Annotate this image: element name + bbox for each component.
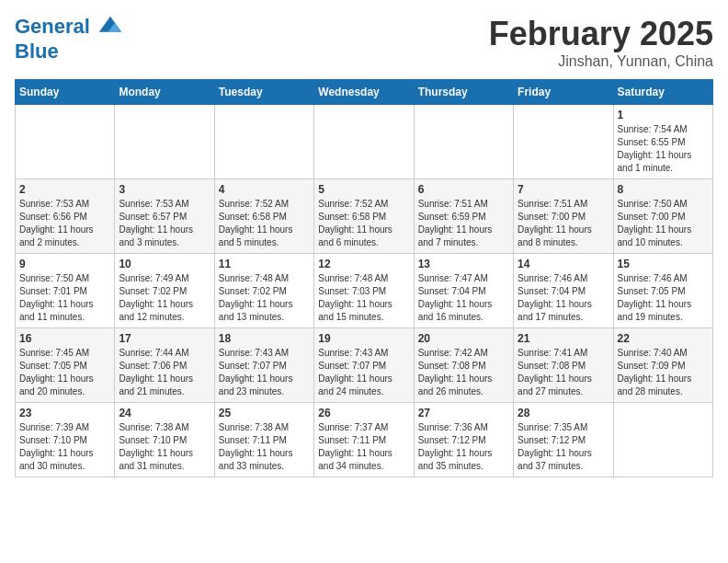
calendar-cell: 6Sunrise: 7:51 AM Sunset: 6:59 PM Daylig… bbox=[414, 179, 513, 254]
calendar-cell: 26Sunrise: 7:37 AM Sunset: 7:11 PM Dayli… bbox=[314, 403, 414, 477]
day-info: Sunrise: 7:53 AM Sunset: 6:57 PM Dayligh… bbox=[119, 198, 210, 249]
day-info: Sunrise: 7:54 AM Sunset: 6:55 PM Dayligh… bbox=[618, 123, 709, 175]
logo-blue-text: Blue bbox=[15, 40, 123, 63]
day-number: 9 bbox=[19, 258, 110, 270]
day-number: 10 bbox=[119, 258, 210, 270]
calendar-cell: 12Sunrise: 7:48 AM Sunset: 7:03 PM Dayli… bbox=[314, 254, 414, 328]
calendar-cell bbox=[414, 105, 513, 179]
calendar-cell bbox=[314, 105, 414, 179]
day-info: Sunrise: 7:46 AM Sunset: 7:04 PM Dayligh… bbox=[518, 272, 609, 324]
day-number: 5 bbox=[318, 183, 409, 196]
day-info: Sunrise: 7:43 AM Sunset: 7:07 PM Dayligh… bbox=[318, 347, 409, 398]
page-header: General Blue February 2025 Jinshan, Yunn… bbox=[15, 15, 713, 70]
day-info: Sunrise: 7:51 AM Sunset: 6:59 PM Dayligh… bbox=[418, 198, 509, 249]
day-number: 27 bbox=[418, 407, 509, 419]
calendar-cell: 17Sunrise: 7:44 AM Sunset: 7:06 PM Dayli… bbox=[115, 328, 214, 403]
day-number: 17 bbox=[119, 332, 210, 345]
weekday-header: Friday bbox=[514, 80, 613, 105]
calendar-cell: 21Sunrise: 7:41 AM Sunset: 7:08 PM Dayli… bbox=[514, 328, 613, 403]
day-number: 25 bbox=[219, 407, 310, 419]
calendar-cell: 25Sunrise: 7:38 AM Sunset: 7:11 PM Dayli… bbox=[214, 403, 313, 477]
logo-icon bbox=[97, 15, 123, 40]
day-info: Sunrise: 7:47 AM Sunset: 7:04 PM Dayligh… bbox=[418, 272, 509, 324]
calendar-cell: 22Sunrise: 7:40 AM Sunset: 7:09 PM Dayli… bbox=[613, 328, 712, 403]
calendar-cell: 7Sunrise: 7:51 AM Sunset: 7:00 PM Daylig… bbox=[514, 179, 613, 254]
day-number: 3 bbox=[119, 183, 210, 196]
day-info: Sunrise: 7:37 AM Sunset: 7:11 PM Dayligh… bbox=[318, 421, 409, 473]
calendar-cell: 8Sunrise: 7:50 AM Sunset: 7:00 PM Daylig… bbox=[613, 179, 712, 254]
day-info: Sunrise: 7:43 AM Sunset: 7:07 PM Dayligh… bbox=[219, 347, 310, 398]
day-number: 20 bbox=[418, 332, 509, 345]
calendar-cell: 13Sunrise: 7:47 AM Sunset: 7:04 PM Dayli… bbox=[414, 254, 513, 328]
calendar-cell: 20Sunrise: 7:42 AM Sunset: 7:08 PM Dayli… bbox=[414, 328, 513, 403]
day-number: 24 bbox=[119, 407, 210, 419]
day-info: Sunrise: 7:44 AM Sunset: 7:06 PM Dayligh… bbox=[119, 347, 210, 398]
day-number: 18 bbox=[219, 332, 310, 345]
calendar-cell bbox=[16, 105, 115, 179]
day-number: 28 bbox=[518, 407, 609, 419]
day-info: Sunrise: 7:45 AM Sunset: 7:05 PM Dayligh… bbox=[19, 347, 110, 398]
calendar-cell: 2Sunrise: 7:53 AM Sunset: 6:56 PM Daylig… bbox=[16, 179, 115, 254]
weekday-header: Thursday bbox=[414, 80, 513, 105]
logo-text: General bbox=[15, 15, 123, 40]
day-info: Sunrise: 7:35 AM Sunset: 7:12 PM Dayligh… bbox=[518, 421, 609, 473]
day-info: Sunrise: 7:50 AM Sunset: 7:01 PM Dayligh… bbox=[19, 272, 110, 324]
calendar-cell: 23Sunrise: 7:39 AM Sunset: 7:10 PM Dayli… bbox=[16, 403, 115, 477]
calendar-cell: 18Sunrise: 7:43 AM Sunset: 7:07 PM Dayli… bbox=[214, 328, 313, 403]
location: Jinshan, Yunnan, China bbox=[489, 53, 713, 70]
month-title: February 2025 bbox=[489, 15, 713, 53]
calendar-cell bbox=[214, 105, 313, 179]
day-info: Sunrise: 7:36 AM Sunset: 7:12 PM Dayligh… bbox=[418, 421, 509, 473]
day-number: 11 bbox=[219, 258, 310, 270]
title-block: February 2025 Jinshan, Yunnan, China bbox=[489, 15, 713, 70]
weekday-header: Wednesday bbox=[314, 80, 414, 105]
day-number: 26 bbox=[318, 407, 409, 419]
day-number: 19 bbox=[318, 332, 409, 345]
calendar-cell: 28Sunrise: 7:35 AM Sunset: 7:12 PM Dayli… bbox=[514, 403, 613, 477]
weekday-header: Monday bbox=[115, 80, 214, 105]
day-number: 13 bbox=[418, 258, 509, 270]
day-info: Sunrise: 7:48 AM Sunset: 7:03 PM Dayligh… bbox=[318, 272, 409, 324]
day-info: Sunrise: 7:51 AM Sunset: 7:00 PM Dayligh… bbox=[518, 198, 609, 249]
day-number: 16 bbox=[19, 332, 110, 345]
weekday-header: Saturday bbox=[613, 80, 712, 105]
day-info: Sunrise: 7:53 AM Sunset: 6:56 PM Dayligh… bbox=[19, 198, 110, 249]
calendar-cell: 24Sunrise: 7:38 AM Sunset: 7:10 PM Dayli… bbox=[115, 403, 214, 477]
day-info: Sunrise: 7:39 AM Sunset: 7:10 PM Dayligh… bbox=[19, 421, 110, 473]
logo: General Blue bbox=[15, 15, 123, 63]
day-info: Sunrise: 7:49 AM Sunset: 7:02 PM Dayligh… bbox=[119, 272, 210, 324]
day-info: Sunrise: 7:46 AM Sunset: 7:05 PM Dayligh… bbox=[618, 272, 709, 324]
weekday-header: Tuesday bbox=[214, 80, 313, 105]
calendar-cell: 19Sunrise: 7:43 AM Sunset: 7:07 PM Dayli… bbox=[314, 328, 414, 403]
calendar-cell bbox=[613, 403, 712, 477]
calendar-cell: 16Sunrise: 7:45 AM Sunset: 7:05 PM Dayli… bbox=[16, 328, 115, 403]
calendar-cell: 27Sunrise: 7:36 AM Sunset: 7:12 PM Dayli… bbox=[414, 403, 513, 477]
day-info: Sunrise: 7:42 AM Sunset: 7:08 PM Dayligh… bbox=[418, 347, 509, 398]
day-info: Sunrise: 7:52 AM Sunset: 6:58 PM Dayligh… bbox=[318, 198, 409, 249]
day-number: 2 bbox=[19, 183, 110, 196]
day-number: 23 bbox=[19, 407, 110, 419]
day-number: 8 bbox=[618, 183, 709, 196]
day-info: Sunrise: 7:38 AM Sunset: 7:10 PM Dayligh… bbox=[119, 421, 210, 473]
calendar-cell: 1Sunrise: 7:54 AM Sunset: 6:55 PM Daylig… bbox=[613, 105, 712, 179]
day-number: 6 bbox=[418, 183, 509, 196]
calendar-cell: 9Sunrise: 7:50 AM Sunset: 7:01 PM Daylig… bbox=[16, 254, 115, 328]
calendar-cell: 3Sunrise: 7:53 AM Sunset: 6:57 PM Daylig… bbox=[115, 179, 214, 254]
calendar-cell: 4Sunrise: 7:52 AM Sunset: 6:58 PM Daylig… bbox=[214, 179, 313, 254]
calendar-cell: 14Sunrise: 7:46 AM Sunset: 7:04 PM Dayli… bbox=[514, 254, 613, 328]
day-number: 14 bbox=[518, 258, 609, 270]
calendar-cell: 11Sunrise: 7:48 AM Sunset: 7:02 PM Dayli… bbox=[214, 254, 313, 328]
day-info: Sunrise: 7:52 AM Sunset: 6:58 PM Dayligh… bbox=[219, 198, 310, 249]
day-number: 21 bbox=[518, 332, 609, 345]
calendar-cell bbox=[115, 105, 214, 179]
day-info: Sunrise: 7:48 AM Sunset: 7:02 PM Dayligh… bbox=[219, 272, 310, 324]
day-info: Sunrise: 7:50 AM Sunset: 7:00 PM Dayligh… bbox=[618, 198, 709, 249]
weekday-header: Sunday bbox=[16, 80, 115, 105]
day-info: Sunrise: 7:40 AM Sunset: 7:09 PM Dayligh… bbox=[618, 347, 709, 398]
calendar-cell: 5Sunrise: 7:52 AM Sunset: 6:58 PM Daylig… bbox=[314, 179, 414, 254]
calendar-table: SundayMondayTuesdayWednesdayThursdayFrid… bbox=[15, 79, 713, 477]
day-number: 4 bbox=[219, 183, 310, 196]
day-number: 12 bbox=[318, 258, 409, 270]
day-info: Sunrise: 7:38 AM Sunset: 7:11 PM Dayligh… bbox=[219, 421, 310, 473]
calendar-cell: 15Sunrise: 7:46 AM Sunset: 7:05 PM Dayli… bbox=[613, 254, 712, 328]
